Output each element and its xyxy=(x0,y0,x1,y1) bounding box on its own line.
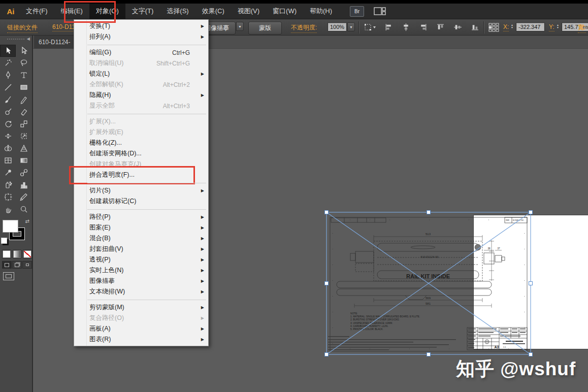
object-menu-item-lock[interactable]: 锁定(L)▶ xyxy=(74,69,208,79)
object-menu-item-envelope-distort[interactable]: 封套扭曲(V)▶ xyxy=(74,244,208,254)
object-menu-item-group[interactable]: 编组(G)Ctrl+G xyxy=(74,47,208,58)
object-menu-item-flatten-transparency[interactable]: 拼合透明度(F)... xyxy=(74,170,208,180)
opacity-dropdown-icon[interactable]: ▼ xyxy=(347,22,355,31)
scale-tool[interactable] xyxy=(16,118,31,130)
align-hcenter-icon[interactable] xyxy=(402,23,410,31)
object-menu-item-slice[interactable]: 切片(S)▶ xyxy=(74,185,208,196)
object-menu-item-show-all[interactable]: 显示全部Alt+Ctrl+3 xyxy=(74,101,208,111)
align-bottom-icon[interactable] xyxy=(471,23,479,31)
opacity-label[interactable]: 不透明度: xyxy=(291,23,317,33)
lower-tubes xyxy=(337,281,492,300)
menu-window[interactable]: 窗口(W) xyxy=(266,4,303,19)
object-menu-item-rasterize[interactable]: 栅格化(Z)... xyxy=(74,138,208,148)
align-right-icon[interactable] xyxy=(419,23,428,31)
bridge-button[interactable]: Br xyxy=(350,6,364,17)
align-left-icon[interactable] xyxy=(384,23,393,31)
object-menu-item-blend[interactable]: 混合(B)▶ xyxy=(74,233,208,244)
swap-fill-stroke-icon[interactable]: ⇄ xyxy=(25,218,29,224)
object-menu-item-path[interactable]: 路径(P)▶ xyxy=(74,212,208,222)
lasso-tool[interactable] xyxy=(16,57,31,69)
column-graph-tool[interactable] xyxy=(16,179,31,191)
width-tool[interactable] xyxy=(0,130,16,142)
eraser-tool[interactable] xyxy=(16,106,31,118)
object-menu-item-crop-marks[interactable]: 创建裁切标记(C) xyxy=(74,196,208,207)
screen-mode-button[interactable] xyxy=(3,272,14,280)
shape-builder-tool[interactable] xyxy=(0,142,16,154)
y-stepper[interactable]: ▲▼ xyxy=(555,24,561,29)
menu-select[interactable]: 选择(S) xyxy=(160,4,195,19)
object-menu-item-image-trace[interactable]: 图像描摹▶ xyxy=(74,276,208,286)
zoom-tool[interactable] xyxy=(16,203,31,215)
object-menu-item-clipping-mask[interactable]: 剪切蒙版(M)▶ xyxy=(74,302,208,313)
default-fill-stroke-icon[interactable] xyxy=(1,238,7,244)
draw-inside-icon[interactable] xyxy=(22,261,32,269)
paintbrush-tool[interactable] xyxy=(0,93,16,106)
none-button[interactable] xyxy=(23,250,32,258)
align-top-icon[interactable] xyxy=(436,23,445,31)
object-menu-item-object-mosaic[interactable]: 创建对象马赛克(J) xyxy=(74,159,208,170)
rotate-tool[interactable] xyxy=(0,118,16,130)
object-menu-item-ungroup[interactable]: 取消编组(U)Shift+Ctrl+G xyxy=(74,58,208,69)
collapse-panel-icon[interactable]: ◀ xyxy=(27,37,30,41)
blob-brush-tool[interactable] xyxy=(0,106,16,118)
placed-drawing-image[interactable]: REV ECN/ECO NO. 513 610- xyxy=(324,210,533,357)
draw-behind-icon[interactable] xyxy=(12,261,22,269)
blend-tool[interactable] xyxy=(16,167,31,179)
menu-effect[interactable]: 效果(C) xyxy=(195,4,231,19)
menu-item-label: 全部解锁(K) xyxy=(89,80,163,89)
draw-normal-icon[interactable] xyxy=(2,261,12,269)
object-menu-item-artboards[interactable]: 画板(A)▶ xyxy=(74,323,208,334)
object-menu-item-unlock-all[interactable]: 全部解锁(K)Alt+Ctrl+2 xyxy=(74,79,208,90)
artboard-tool[interactable] xyxy=(0,191,16,203)
arrange-documents-icon[interactable] xyxy=(372,6,387,16)
hand-tool[interactable] xyxy=(0,203,16,215)
object-menu-item-compound-path[interactable]: 复合路径(O)▶ xyxy=(74,313,208,323)
magic-wand-tool[interactable] xyxy=(0,57,16,69)
menu-help[interactable]: 帮助(H) xyxy=(303,4,339,19)
fill-swatch[interactable] xyxy=(3,220,18,233)
rectangle-tool[interactable] xyxy=(16,81,31,93)
mask-button[interactable]: 蒙版 xyxy=(248,22,282,35)
type-tool[interactable] xyxy=(16,69,31,81)
pencil-tool[interactable] xyxy=(16,93,31,106)
symbol-sprayer-tool[interactable] xyxy=(0,179,16,191)
file-name-link[interactable]: 610-D11 xyxy=(52,23,75,31)
mesh-tool[interactable] xyxy=(0,154,16,167)
gradient-tool[interactable] xyxy=(16,154,31,167)
object-menu-item-graph[interactable]: 图表(R)▶ xyxy=(74,334,208,345)
object-menu-item-expand-appearance[interactable]: 扩展外观(E) xyxy=(74,127,208,138)
object-menu-item-hide[interactable]: 隐藏(H)▶ xyxy=(74,90,208,101)
menu-item-label: 扩展外观(E) xyxy=(89,128,199,137)
object-menu-item-expand[interactable]: 扩展(X)... xyxy=(74,116,208,127)
object-menu-item-perspective[interactable]: 透视(P)▶ xyxy=(74,254,208,265)
menu-file[interactable]: 文件(F) xyxy=(19,4,54,19)
object-menu-item-pattern[interactable]: 图案(E)▶ xyxy=(74,222,208,233)
reference-point-icon[interactable] xyxy=(488,23,500,34)
selection-tool[interactable] xyxy=(0,45,16,57)
menu-separator xyxy=(74,207,208,212)
object-menu-item-gradient-mesh[interactable]: 创建渐变网格(D)... xyxy=(74,148,208,159)
image-trace-dropdown-icon[interactable]: ▼ xyxy=(236,22,244,31)
eyedropper-tool[interactable] xyxy=(0,167,16,179)
gradient-button[interactable] xyxy=(13,250,22,258)
free-transform-tool[interactable] xyxy=(16,130,31,142)
direct-selection-tool[interactable] xyxy=(16,45,31,57)
x-field[interactable]: -322.347 xyxy=(516,22,545,31)
object-menu-item-text-wrap[interactable]: 文本绕排(W)▶ xyxy=(74,286,208,297)
perspective-grid-tool[interactable] xyxy=(16,142,31,154)
x-stepper[interactable]: ▲▼ xyxy=(509,24,515,29)
object-menu-item-live-paint[interactable]: 实时上色(N)▶ xyxy=(74,265,208,276)
panel-grip[interactable]: ◀ xyxy=(0,36,32,45)
color-button[interactable] xyxy=(2,250,11,258)
object-menu-item-arrange[interactable]: 排列(A)▶ xyxy=(74,31,208,42)
menu-view[interactable]: 视图(V) xyxy=(231,4,266,19)
align-vcenter-icon[interactable] xyxy=(453,23,462,31)
fill-stroke-swatches: ⇄ xyxy=(0,218,32,248)
opacity-field[interactable]: 100% xyxy=(328,22,347,31)
slice-tool[interactable] xyxy=(16,191,31,203)
menu-type[interactable]: 文字(T) xyxy=(125,4,160,19)
line-tool[interactable] xyxy=(0,81,16,93)
pen-tool[interactable] xyxy=(0,69,16,81)
transform-each-icon[interactable] xyxy=(364,23,377,33)
linked-file-link[interactable]: 链接的文件 xyxy=(7,23,38,33)
